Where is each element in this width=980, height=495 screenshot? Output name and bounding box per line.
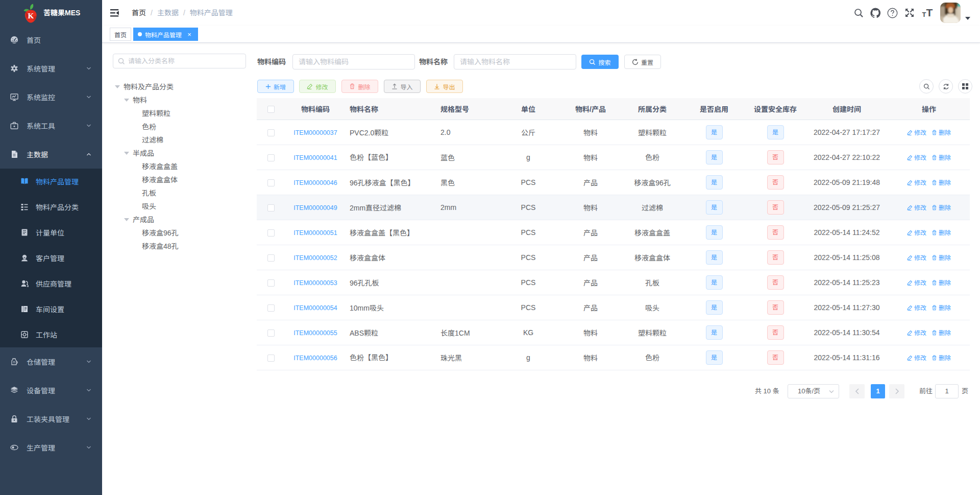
svg-text:K: K <box>28 12 34 20</box>
